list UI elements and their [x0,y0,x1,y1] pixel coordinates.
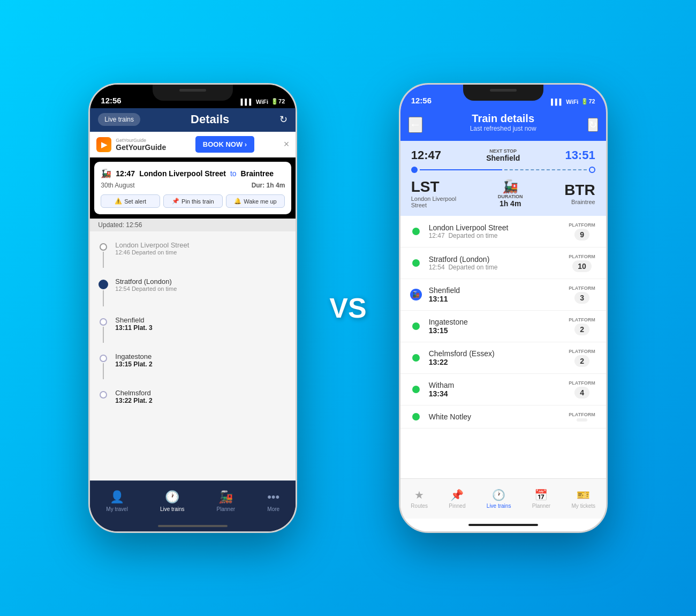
back-button[interactable]: ← [408,117,422,133]
phone1-header: Live trains Details ↻ [90,108,296,132]
platform-num-2: 3 [574,292,589,304]
my-travel-icon: 👤 [110,490,124,504]
nav2-routes[interactable]: ★ Routes [411,489,428,509]
alert-icon: ⚠️ [115,198,122,205]
train-card-to: to [230,169,237,178]
updated-bar: Updated: 12:56 [90,219,296,231]
stop-row-name-0: London Liverpool Street [429,223,561,232]
set-alert-button[interactable]: ⚠️ Set alert [101,194,160,208]
next-stop-label: NEXT STOP [486,148,520,154]
journey-bar [411,167,595,173]
ad-banner: ▶ GetYourGuide GetYourGuide BOOK NOW › × [90,132,296,157]
phone2-wifi-icon: WiFi [566,99,578,105]
stop-name-3: Ingatestone [115,352,288,360]
stop-dot-2 [100,318,107,326]
platform-num-4: 2 [574,355,589,367]
ad-left: ▶ GetYourGuide GetYourGuide [96,137,166,152]
stop-connector-1 [103,290,104,306]
journey-times: 12:47 NEXT STOP Shenfield 13:51 [411,148,595,162]
phone2-header: ← Train details Last refreshed just now … [400,108,606,141]
phone1-signal-icon: ▌▌▌ [241,99,253,105]
nav2-planner-label: Planner [532,503,550,509]
stop-row-name-5: Witham [429,381,561,389]
phone2-wrapper: 12:56 ▌▌▌ WiFi 🔋72 ← Train details Last … [399,83,608,533]
nav2-pinned-label: Pinned [449,503,465,509]
next-stop-container: NEXT STOP Shenfield [486,148,520,162]
nav-more-label: More [267,506,279,512]
nav-more[interactable]: ••• More [267,490,279,512]
dep-dot [411,167,418,173]
train-card-time: 12:47 [116,169,135,178]
planner-icon2: 📅 [534,489,548,501]
stop-dot-0 [100,243,107,251]
stop-line-3 [98,352,109,380]
journey-arr-time: 13:51 [565,148,595,162]
origin-code: LST [411,178,456,196]
platform-label-3: PLATFORM [569,317,595,322]
nav2-my-tickets[interactable]: 🎫 My tickets [572,489,595,509]
stop-dot-3 [100,355,107,362]
origin-container: LST London LiverpoolStreet [411,178,456,208]
platform-group-1: PLATFORM 10 [569,254,595,272]
phone1-stop-list: London Liverpool Street 12:46 Departed o… [90,231,296,480]
ad-big-label: GetYourGuide [116,143,166,152]
platform-label-4: PLATFORM [569,349,595,354]
stop-line-1 [98,277,109,307]
phone2-header-title: Train details [411,112,595,125]
wake-me-up-button[interactable]: 🔔 Wake me up [226,194,285,208]
stop-info-2: Shenfield 13:11 Plat. 3 [115,316,288,332]
duration-box: 🚂 DURATION 1h 4m [498,179,523,208]
nav2-tickets-label: My tickets [572,503,595,509]
platform-num-1: 10 [572,260,592,272]
stop-row-info-4: Chelmsford (Essex) 13:22 [429,349,561,366]
stop-row-time-3: 13:15 [429,326,561,335]
main-container: 12:56 ▌▌▌ WiFi 🔋72 Live trains Details ↻ [0,0,696,616]
duration-value: 1h 4m [498,199,523,208]
stop-item-1: Stratford (London) 12:54 Departed on tim… [98,273,288,312]
set-alert-label: Set alert [124,198,146,205]
platform-label-0: PLATFORM [569,222,595,228]
stop-time-4: 13:22 Plat. 2 [115,397,288,404]
stop-circle-1 [411,259,421,267]
next-stop-name: Shenfield [486,154,520,162]
platform-group-2: PLATFORM 3 [569,286,595,304]
stop-time-1: 12:54 Departed on time [115,286,288,292]
updated-text: Updated: 12:56 [98,221,142,229]
stop-row-name-2: Shenfield [429,286,561,295]
phone2-status-icons: ▌▌▌ WiFi 🔋72 [551,98,595,105]
nav2-live-trains[interactable]: 🕐 Live trains [487,489,511,509]
dest-container: BTR Braintree [564,182,595,205]
phone2-refresh-button[interactable]: ↻ [588,118,598,132]
phone2-stop-list: London Liverpool Street 12:47 Departed o… [400,216,606,478]
book-now-button[interactable]: BOOK NOW › [195,136,254,153]
phone2-screen: 12:56 ▌▌▌ WiFi 🔋72 ← Train details Last … [400,85,606,531]
platform-label-5: PLATFORM [569,380,595,386]
pin-train-button[interactable]: 📌 Pin this train [163,194,223,208]
platform-group-5: PLATFORM 4 [569,380,595,399]
platform-num-0: 9 [574,229,589,241]
nav-live-trains[interactable]: 🕐 Live trains [160,490,185,512]
stop-row-time-4: 13:22 [429,358,561,366]
nav-my-travel[interactable]: 👤 My travel [106,490,128,512]
nav-live-trains-label: Live trains [160,506,185,512]
circle-dot-1 [412,259,420,267]
journey-line-solid [420,169,502,170]
nav-planner[interactable]: 🚂 Planner [217,490,235,512]
nav2-pinned[interactable]: 📌 Pinned [449,489,465,509]
nav2-planner[interactable]: 📅 Planner [532,489,550,509]
platform-num-3: 2 [574,324,589,335]
live-trains-button[interactable]: Live trains [98,113,140,126]
train-card-dest: Braintree [241,169,274,178]
phone1-refresh-button[interactable]: ↻ [279,114,288,125]
journey-line-dotted [504,169,587,170]
stop-row-5: Witham 13:34 PLATFORM 4 [400,374,606,405]
stop-row-6: White Notley PLATFORM [400,405,606,429]
ad-close-icon[interactable]: × [284,139,290,150]
stop-item-2: Shenfield 13:11 Plat. 3 [98,312,288,348]
bell-icon: 🔔 [234,198,241,205]
stop-row-name-3: Ingatestone [429,318,561,326]
stop-circle-2: 🚂 [411,289,421,301]
stop-line-4 [98,389,109,399]
stop-row-name-4: Chelmsford (Essex) [429,349,561,358]
ad-gyg-icon: ▶ [96,137,111,152]
